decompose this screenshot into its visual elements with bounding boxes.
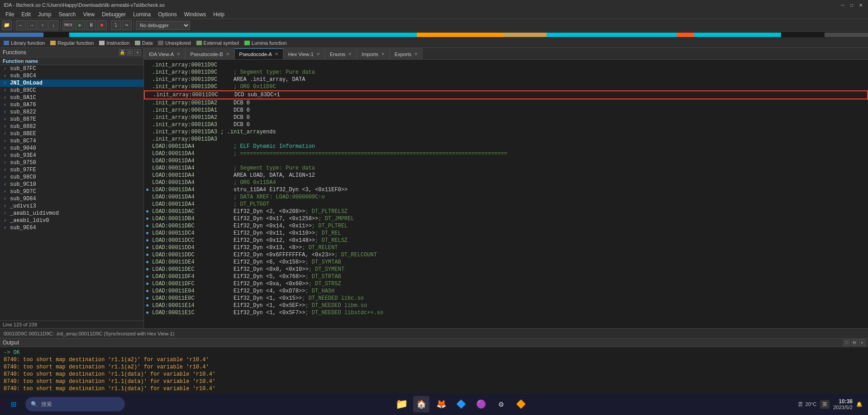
menu-item-view[interactable]: View	[79, 10, 98, 19]
tab-hex-view-1[interactable]: Hex View-1✕	[283, 48, 325, 59]
menu-item-file[interactable]: File	[2, 10, 18, 19]
function-item[interactable]: ⚡sub_8BEE	[0, 130, 143, 137]
taskbar-file-explorer[interactable]: 📁	[393, 396, 410, 412]
toolbar-down[interactable]: ↓	[48, 20, 58, 30]
toolbar-step-in[interactable]: ↪	[122, 20, 132, 30]
code-line[interactable]: ●LOAD:00011DEC Elf32_Dyn <0x8, <0x10>> ;…	[144, 266, 868, 273]
code-line[interactable]: LOAD:00011DA4 ; ORG 0x11DA4	[144, 179, 868, 186]
tab-close-button[interactable]: ✕	[381, 52, 385, 57]
legend-data[interactable]: Data	[135, 40, 153, 46]
function-item[interactable]: ⚡_aeabi_uidivmod	[0, 210, 143, 217]
maximize-button[interactable]: □	[848, 1, 855, 9]
taskbar-app-6[interactable]: 🔶	[513, 396, 529, 412]
tab-close-button[interactable]: ✕	[414, 52, 418, 57]
tab-close-button[interactable]: ✕	[226, 52, 229, 57]
function-item[interactable]: ⚡JNI_OnLoad	[0, 80, 143, 87]
menu-item-help[interactable]: Help	[210, 10, 228, 19]
function-item[interactable]: ⚡sub_88C4	[0, 72, 143, 80]
legend-regular-function[interactable]: Regular function	[50, 40, 94, 46]
nav-seg-8[interactable]	[694, 33, 781, 37]
code-line[interactable]: .init_array:00011D9C DCD sub_83DC+1	[144, 90, 868, 99]
code-line[interactable]: LOAD:00011DA4 ; DATA XREF: LOAD:0000009C…	[144, 193, 868, 201]
functions-list[interactable]: ⚡sub_87FC⚡sub_88C4⚡JNI_OnLoad⚡sub_89CC⚡s…	[0, 65, 143, 321]
menu-item-search[interactable]: Search	[55, 10, 79, 19]
function-item[interactable]: ⚡sub_8A76	[0, 101, 143, 108]
code-line[interactable]: ●LOAD:00011DFC Elf32_Dyn <0xa, <0x60>> ;…	[144, 280, 868, 288]
taskbar-app-4[interactable]: 🟣	[473, 396, 489, 412]
tab-close-button[interactable]: ✕	[176, 52, 180, 57]
output-panel-expand[interactable]: □	[844, 340, 850, 346]
code-line[interactable]: ●LOAD:00011DC4 Elf32_Dyn <0x11, <0x110>>…	[144, 230, 868, 237]
tab-ida-view-a[interactable]: IDA View-A✕	[144, 48, 185, 59]
close-button[interactable]: ✕	[857, 1, 864, 9]
toolbar-forward[interactable]: →	[27, 20, 37, 30]
taskbar-search[interactable]: 🔍 搜索	[25, 397, 125, 411]
code-line[interactable]: .init_array:00011D9C	[144, 61, 868, 69]
taskbar-app-3[interactable]: 🔷	[453, 396, 469, 412]
legend-library-function[interactable]: Library function	[4, 40, 45, 46]
tab-pseudocode-b[interactable]: Pseudocode-B✕	[185, 48, 234, 59]
function-item[interactable]: ⚡sub_887E	[0, 116, 143, 123]
code-line[interactable]: ●LOAD:00011DB4 Elf32_Dyn <0x17, <0x1258>…	[144, 215, 868, 222]
legend-external-symbol[interactable]: External symbol	[196, 40, 239, 46]
nav-seg-1[interactable]	[0, 33, 43, 37]
code-line[interactable]: LOAD:00011DA4; =========================…	[144, 150, 868, 157]
code-line[interactable]: .init_array:00011D9C; Segment type: Pure…	[144, 69, 868, 76]
nav-seg-9[interactable]	[781, 33, 825, 37]
code-line[interactable]: LOAD:00011DA4 AREA LOAD, DATA, ALIGN=12	[144, 172, 868, 179]
code-line[interactable]: LOAD:00011DA4 ; DT_PLTGOT	[144, 201, 868, 208]
menu-item-edit[interactable]: Edit	[18, 10, 34, 19]
code-line[interactable]: LOAD:00011DA4; Segment type: Pure data	[144, 165, 868, 172]
code-line[interactable]: LOAD:00011DA4; ELF Dynamic Information	[144, 143, 868, 150]
legend-lumina-function[interactable]: Lumina function	[244, 40, 287, 46]
menu-item-options[interactable]: Options	[154, 10, 180, 19]
code-line[interactable]: .init_array:00011DA2 DCB 0	[144, 99, 868, 107]
nav-seg-2[interactable]	[43, 33, 70, 37]
function-item[interactable]: ⚡sub_9D7C	[0, 188, 143, 195]
code-line[interactable]: .init_array:00011D9C ; ORG 0x11D9C	[144, 83, 868, 90]
taskbar-app-1[interactable]: 🏠	[413, 396, 429, 412]
code-line[interactable]: ●LOAD:00011E1C Elf32_Dyn <1, <0x5F7>> ; …	[144, 309, 868, 316]
code-line[interactable]: ●LOAD:00011DA4stru_11DA4 Elf32_Dyn <3, <…	[144, 186, 868, 193]
nav-seg-10[interactable]	[825, 33, 868, 37]
tab-exports[interactable]: Exports✕	[390, 48, 423, 59]
toolbar-up[interactable]: ↑	[38, 20, 48, 30]
code-line[interactable]: .init_array:00011DA3	[144, 136, 868, 143]
toolbar-run[interactable]: ▶	[75, 20, 85, 30]
output-panel-close[interactable]: ✕	[859, 340, 865, 346]
notification-icon[interactable]: 🔔	[856, 401, 863, 407]
menu-item-lumina[interactable]: Lumina	[129, 10, 154, 19]
function-item[interactable]: ⚡_aeabi_ldiv0	[0, 217, 143, 224]
toolbar-hex[interactable]: Hex	[62, 20, 74, 30]
legend-unexplored[interactable]: Unexplored	[158, 40, 191, 46]
code-line[interactable]: ●LOAD:00011DDC Elf32_Dyn <0x6FFFFFFFA, <…	[144, 251, 868, 259]
tab-close-button[interactable]: ✕	[275, 52, 278, 57]
function-item[interactable]: ⚡sub_9E64	[0, 224, 143, 231]
function-item[interactable]: ⚡sub_9D84	[0, 195, 143, 203]
lang-indicator[interactable]: 英	[820, 400, 830, 409]
code-line[interactable]: ●LOAD:00011DAC Elf32_Dyn <2, <0x208>> ; …	[144, 208, 868, 215]
menu-item-debugger[interactable]: Debugger	[98, 10, 129, 19]
code-line[interactable]: LOAD:00011DA4	[144, 157, 868, 165]
minimize-button[interactable]: ─	[839, 1, 846, 9]
code-line[interactable]: .init_array:00011DA3 DCB 0	[144, 121, 868, 128]
tab-imports[interactable]: Imports✕	[357, 48, 390, 59]
function-item[interactable]: ⚡sub_8A1C	[0, 94, 143, 101]
function-item[interactable]: ⚡sub_9C10	[0, 181, 143, 188]
legend-instruction[interactable]: Instruction	[99, 40, 129, 46]
function-item[interactable]: ⚡sub_9750	[0, 159, 143, 166]
nav-seg-3[interactable]	[69, 33, 416, 37]
panel-close-button[interactable]: ✕	[134, 49, 141, 56]
nav-seg-6[interactable]	[547, 33, 677, 37]
panel-expand-button[interactable]: □	[127, 49, 133, 56]
code-view[interactable]: .init_array:00011D9C.init_array:00011D9C…	[144, 60, 868, 328]
code-line[interactable]: ●LOAD:00011DBC Elf32_Dyn <0x14, <0x11>> …	[144, 222, 868, 230]
function-item[interactable]: ⚡sub_98C0	[0, 174, 143, 181]
code-line[interactable]: ●LOAD:00011DCC Elf32_Dyn <0x12, <0x148>>…	[144, 237, 868, 244]
tab-close-button[interactable]: ✕	[348, 52, 352, 57]
output-panel-float[interactable]: ⊞	[851, 340, 858, 346]
debugger-select[interactable]: No debugger	[136, 21, 190, 30]
code-line[interactable]: ●LOAD:00011E0C Elf32_Dyn <1, <0x15>> ; D…	[144, 295, 868, 302]
menu-item-jump[interactable]: Jump	[34, 10, 55, 19]
code-line[interactable]: .init_array:00011DA2 DCB 0	[144, 114, 868, 121]
